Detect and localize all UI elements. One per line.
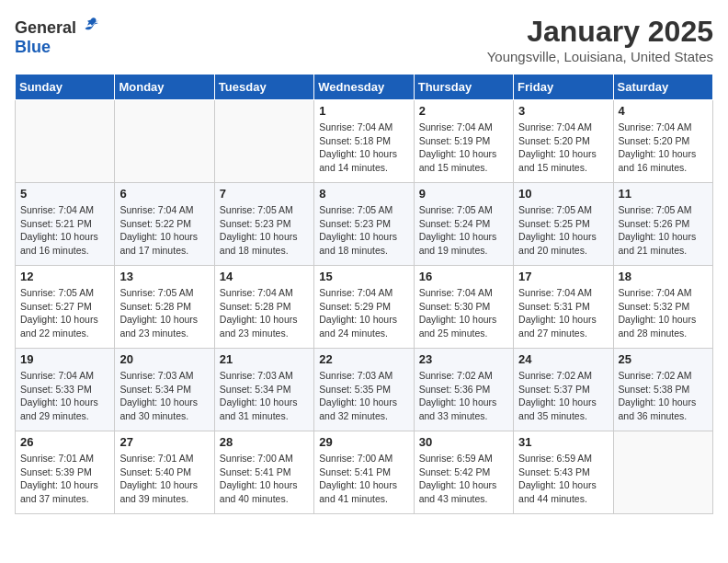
day-number: 13	[119, 270, 209, 283]
day-number: 26	[20, 435, 109, 449]
cell-info: Sunrise: 7:05 AMSunset: 5:23 PMDaylight:…	[319, 203, 408, 258]
week-row-4: 19Sunrise: 7:04 AMSunset: 5:33 PMDayligh…	[16, 349, 713, 431]
calendar-cell: 23Sunrise: 7:02 AMSunset: 5:36 PMDayligh…	[414, 349, 513, 431]
day-number: 16	[419, 270, 508, 283]
calendar-cell: 17Sunrise: 7:04 AMSunset: 5:31 PMDayligh…	[514, 266, 613, 349]
calendar-cell	[214, 100, 313, 183]
month-title: January 2025	[487, 15, 713, 49]
day-number: 21	[220, 352, 309, 366]
day-number: 20	[119, 352, 209, 366]
calendar-cell: 1Sunrise: 7:04 AMSunset: 5:18 PMDaylight…	[314, 100, 414, 183]
calendar-cell: 18Sunrise: 7:04 AMSunset: 5:32 PMDayligh…	[613, 266, 712, 349]
day-number: 18	[619, 270, 708, 283]
day-number: 11	[619, 187, 708, 201]
week-row-2: 5Sunrise: 7:04 AMSunset: 5:21 PMDaylight…	[16, 183, 713, 266]
cell-info: Sunrise: 7:02 AMSunset: 5:37 PMDaylight:…	[518, 369, 608, 423]
cell-info: Sunrise: 7:04 AMSunset: 5:21 PMDaylight:…	[20, 203, 109, 258]
calendar-table: SundayMondayTuesdayWednesdayThursdayFrid…	[15, 74, 713, 514]
title-area: January 2025 Youngsville, Louisiana, Uni…	[487, 15, 713, 64]
calendar-cell: 7Sunrise: 7:05 AMSunset: 5:23 PMDaylight…	[214, 183, 313, 266]
cell-info: Sunrise: 7:04 AMSunset: 5:20 PMDaylight:…	[619, 121, 708, 175]
cell-info: Sunrise: 7:05 AMSunset: 5:28 PMDaylight:…	[119, 286, 209, 340]
calendar-cell: 8Sunrise: 7:05 AMSunset: 5:23 PMDaylight…	[314, 183, 414, 266]
calendar-cell: 12Sunrise: 7:05 AMSunset: 5:27 PMDayligh…	[16, 266, 115, 349]
calendar-cell	[16, 100, 115, 183]
logo-blue: Blue	[15, 38, 51, 56]
weekday-header-wednesday: Wednesday	[314, 75, 414, 100]
cell-info: Sunrise: 7:05 AMSunset: 5:26 PMDaylight:…	[619, 203, 708, 258]
day-number: 4	[619, 104, 708, 118]
calendar-cell: 14Sunrise: 7:04 AMSunset: 5:28 PMDayligh…	[214, 266, 313, 349]
day-number: 29	[319, 435, 408, 449]
cell-info: Sunrise: 7:01 AMSunset: 5:40 PMDaylight:…	[119, 452, 209, 506]
calendar-cell: 16Sunrise: 7:04 AMSunset: 5:30 PMDayligh…	[414, 266, 513, 349]
cell-info: Sunrise: 7:00 AMSunset: 5:41 PMDaylight:…	[220, 452, 309, 506]
day-number: 3	[518, 104, 608, 118]
cell-info: Sunrise: 7:04 AMSunset: 5:30 PMDaylight:…	[419, 286, 508, 340]
cell-info: Sunrise: 6:59 AMSunset: 5:42 PMDaylight:…	[419, 452, 508, 506]
header: General Blue January 2025 Youngsville, L…	[15, 15, 713, 64]
day-number: 8	[319, 187, 408, 201]
day-number: 17	[518, 270, 608, 283]
cell-info: Sunrise: 7:02 AMSunset: 5:38 PMDaylight:…	[619, 369, 708, 423]
logo-bird-icon	[83, 15, 101, 33]
calendar-cell: 11Sunrise: 7:05 AMSunset: 5:26 PMDayligh…	[613, 183, 712, 266]
weekday-header-sunday: Sunday	[16, 75, 115, 100]
calendar-cell: 21Sunrise: 7:03 AMSunset: 5:34 PMDayligh…	[214, 349, 313, 431]
calendar-cell: 20Sunrise: 7:03 AMSunset: 5:34 PMDayligh…	[115, 349, 214, 431]
day-number: 22	[319, 352, 408, 366]
cell-info: Sunrise: 7:04 AMSunset: 5:32 PMDaylight:…	[619, 286, 708, 340]
day-number: 25	[619, 352, 708, 366]
cell-info: Sunrise: 7:05 AMSunset: 5:23 PMDaylight:…	[220, 203, 309, 258]
weekday-header-thursday: Thursday	[414, 75, 513, 100]
calendar-cell: 19Sunrise: 7:04 AMSunset: 5:33 PMDayligh…	[16, 349, 115, 431]
weekday-header-saturday: Saturday	[613, 75, 712, 100]
cell-info: Sunrise: 7:04 AMSunset: 5:22 PMDaylight:…	[119, 203, 209, 258]
cell-info: Sunrise: 7:04 AMSunset: 5:20 PMDaylight:…	[518, 121, 608, 175]
cell-info: Sunrise: 7:04 AMSunset: 5:18 PMDaylight:…	[319, 121, 408, 175]
day-number: 6	[119, 187, 209, 201]
calendar-cell: 29Sunrise: 7:00 AMSunset: 5:41 PMDayligh…	[314, 431, 414, 514]
day-number: 2	[419, 104, 508, 118]
cell-info: Sunrise: 7:03 AMSunset: 5:34 PMDaylight:…	[119, 369, 209, 423]
cell-info: Sunrise: 7:03 AMSunset: 5:35 PMDaylight:…	[319, 369, 408, 423]
location-title: Youngsville, Louisiana, United States	[487, 49, 713, 64]
day-number: 30	[419, 435, 508, 449]
calendar-cell: 28Sunrise: 7:00 AMSunset: 5:41 PMDayligh…	[214, 431, 313, 514]
calendar-cell: 3Sunrise: 7:04 AMSunset: 5:20 PMDaylight…	[514, 100, 613, 183]
calendar-cell	[115, 100, 214, 183]
cell-info: Sunrise: 7:04 AMSunset: 5:28 PMDaylight:…	[220, 286, 309, 340]
weekday-header-monday: Monday	[115, 75, 214, 100]
calendar-cell: 9Sunrise: 7:05 AMSunset: 5:24 PMDaylight…	[414, 183, 513, 266]
calendar-cell: 13Sunrise: 7:05 AMSunset: 5:28 PMDayligh…	[115, 266, 214, 349]
cell-info: Sunrise: 7:04 AMSunset: 5:19 PMDaylight:…	[419, 121, 508, 175]
cell-info: Sunrise: 7:05 AMSunset: 5:25 PMDaylight:…	[518, 203, 608, 258]
calendar-cell: 15Sunrise: 7:04 AMSunset: 5:29 PMDayligh…	[314, 266, 414, 349]
cell-info: Sunrise: 7:04 AMSunset: 5:31 PMDaylight:…	[518, 286, 608, 340]
cell-info: Sunrise: 7:04 AMSunset: 5:29 PMDaylight:…	[319, 286, 408, 340]
cell-info: Sunrise: 7:04 AMSunset: 5:33 PMDaylight:…	[20, 369, 109, 423]
calendar-cell: 26Sunrise: 7:01 AMSunset: 5:39 PMDayligh…	[16, 431, 115, 514]
day-number: 28	[220, 435, 309, 449]
calendar-cell: 2Sunrise: 7:04 AMSunset: 5:19 PMDaylight…	[414, 100, 513, 183]
day-number: 9	[419, 187, 508, 201]
day-number: 23	[419, 352, 508, 366]
week-row-5: 26Sunrise: 7:01 AMSunset: 5:39 PMDayligh…	[16, 431, 713, 514]
day-number: 14	[220, 270, 309, 283]
week-row-3: 12Sunrise: 7:05 AMSunset: 5:27 PMDayligh…	[16, 266, 713, 349]
day-number: 10	[518, 187, 608, 201]
day-number: 27	[119, 435, 209, 449]
day-number: 7	[220, 187, 309, 201]
day-number: 5	[20, 187, 109, 201]
calendar-cell	[613, 431, 712, 514]
calendar-cell: 25Sunrise: 7:02 AMSunset: 5:38 PMDayligh…	[613, 349, 712, 431]
logo: General Blue	[15, 15, 101, 57]
logo-general: General	[15, 18, 76, 37]
cell-info: Sunrise: 7:05 AMSunset: 5:27 PMDaylight:…	[20, 286, 109, 340]
day-number: 19	[20, 352, 109, 366]
calendar-cell: 27Sunrise: 7:01 AMSunset: 5:40 PMDayligh…	[115, 431, 214, 514]
day-number: 1	[319, 104, 408, 118]
cell-info: Sunrise: 7:03 AMSunset: 5:34 PMDaylight:…	[220, 369, 309, 423]
calendar-cell: 31Sunrise: 6:59 AMSunset: 5:43 PMDayligh…	[514, 431, 613, 514]
calendar-cell: 6Sunrise: 7:04 AMSunset: 5:22 PMDaylight…	[115, 183, 214, 266]
